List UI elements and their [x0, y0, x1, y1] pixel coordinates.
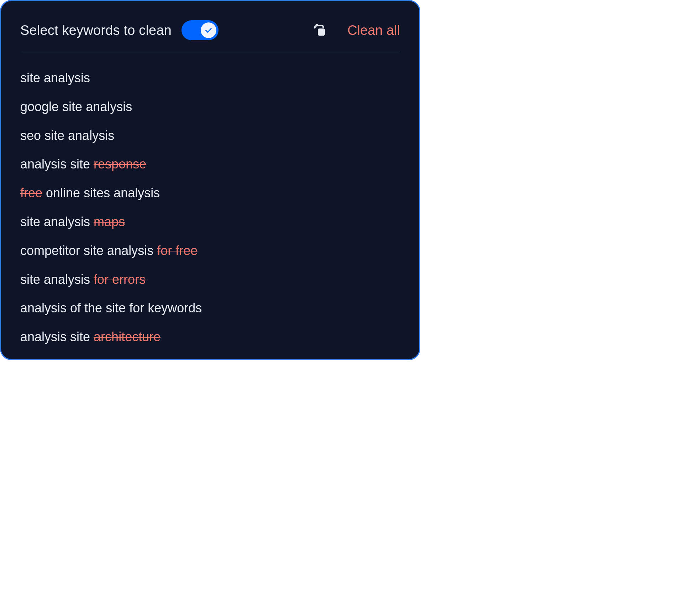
keyword-part: site analysis: [20, 214, 94, 229]
keyword-row[interactable]: analysis of the site for keywords: [20, 300, 400, 317]
keyword-part-struck: for free: [157, 243, 198, 258]
keyword-part-struck: response: [94, 157, 146, 171]
keyword-part-struck: architecture: [94, 329, 160, 344]
keyword-part: google site analysis: [20, 99, 132, 114]
keyword-part: site analysis: [20, 272, 94, 287]
keyword-part: analysis site: [20, 157, 94, 171]
keyword-part: competitor site analysis: [20, 243, 157, 258]
keyword-row[interactable]: seo site analysis: [20, 128, 400, 144]
keyword-part: seo site analysis: [20, 128, 114, 143]
keyword-row[interactable]: site analysis maps: [20, 214, 400, 230]
keyword-row[interactable]: competitor site analysis for free: [20, 243, 400, 259]
keyword-part: analysis site: [20, 329, 94, 344]
keyword-row[interactable]: analysis site architecture: [20, 329, 400, 345]
keyword-part-struck: maps: [94, 214, 125, 229]
panel-header: Select keywords to clean Clean all: [20, 20, 400, 52]
keyword-part: site analysis: [20, 71, 90, 85]
keyword-part: analysis of the site for keywords: [20, 301, 202, 315]
svg-rect-0: [318, 28, 325, 36]
keyword-part-struck: for errors: [94, 272, 146, 287]
keyword-part: online sites analysis: [42, 186, 160, 200]
copy-button[interactable]: [312, 22, 327, 38]
copy-icon: [312, 23, 327, 37]
keyword-row[interactable]: site analysis for errors: [20, 271, 400, 288]
toggle-knob: [201, 22, 216, 38]
keyword-row[interactable]: google site analysis: [20, 99, 400, 115]
keyword-row[interactable]: analysis site response: [20, 156, 400, 173]
keyword-row[interactable]: free online sites analysis: [20, 185, 400, 202]
check-icon: [205, 26, 212, 34]
clean-mode-toggle[interactable]: [181, 20, 219, 40]
clean-all-button[interactable]: Clean all: [347, 23, 400, 38]
panel-title: Select keywords to clean: [20, 23, 172, 38]
keyword-row[interactable]: site analysis: [20, 70, 400, 87]
keywords-clean-panel: Select keywords to clean Clean all site …: [0, 0, 420, 360]
keyword-part-struck: free: [20, 186, 42, 200]
keyword-list: site analysisgoogle site analysisseo sit…: [20, 52, 400, 345]
